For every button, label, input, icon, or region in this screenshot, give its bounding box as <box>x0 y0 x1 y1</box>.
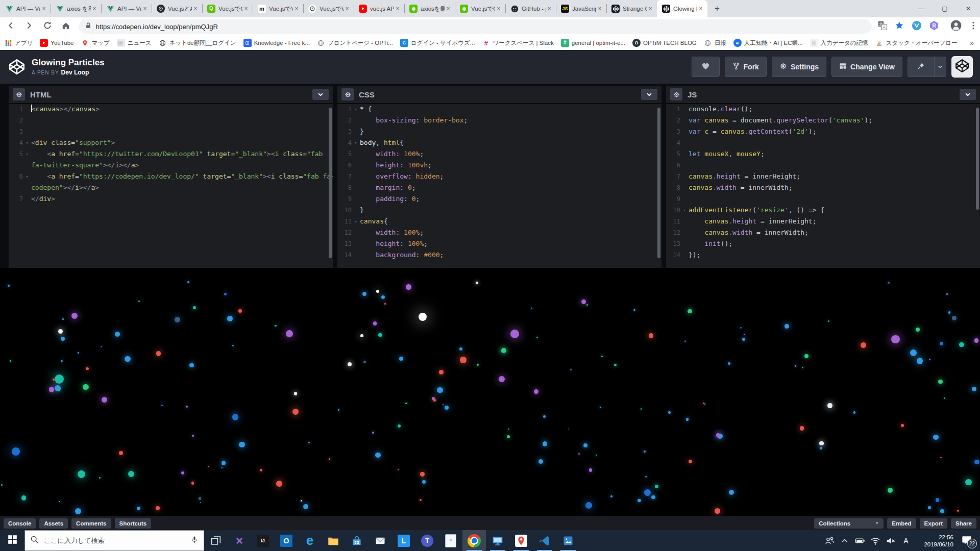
bookmark-item[interactable]: # general | optim-it-e... <box>561 39 625 47</box>
browser-tab[interactable]: API — Vue × <box>0 0 51 17</box>
browser-tab[interactable]: axiosを乗り × <box>404 0 455 17</box>
browser-tab[interactable]: Glowing P × <box>657 0 707 17</box>
taskbar-intellij-icon[interactable]: IJ <box>251 530 275 551</box>
tray-battery-icon[interactable] <box>852 530 868 551</box>
extension-r[interactable]: R <box>927 20 941 33</box>
codepen-logo-icon[interactable] <box>8 59 26 74</box>
bookmark-item[interactable]: AI 人工知能・AI | EC業... <box>733 39 803 47</box>
tab-close-icon[interactable]: × <box>40 5 47 12</box>
browser-tab[interactable]: axios を利 × <box>51 0 101 17</box>
fork-button[interactable]: Fork <box>725 57 767 77</box>
embed-button[interactable]: Embed <box>887 518 916 529</box>
taskbar-mail-icon[interactable] <box>369 530 392 551</box>
editor-scrollbar[interactable] <box>976 108 979 210</box>
taskbar-search-input[interactable]: ここに入力して検索 <box>24 530 204 551</box>
tab-close-icon[interactable]: × <box>394 5 401 12</box>
panel-gear-button[interactable] <box>670 88 682 101</box>
minimize-button[interactable]: — <box>910 0 933 17</box>
user-avatar[interactable] <box>951 56 973 78</box>
collections-dropdown[interactable]: Collections▼ <box>814 518 884 529</box>
forward-button[interactable] <box>21 19 37 34</box>
close-button[interactable]: ✕ <box>957 0 980 17</box>
browser-tab[interactable]: API — Vue × <box>101 0 152 17</box>
action-center-button[interactable]: 22 <box>953 530 980 551</box>
taskbar-maps-pin-icon[interactable] <box>509 530 533 551</box>
browser-tab[interactable]: JS JavaScript × <box>556 0 606 17</box>
editor-scrollbar[interactable] <box>329 108 332 258</box>
taskbar-clock[interactable]: 22:56 2019/06/10 <box>916 534 953 548</box>
taskbar-vscode-icon[interactable] <box>533 530 556 551</box>
tray-people-icon[interactable] <box>822 530 837 551</box>
taskbar-l-app-icon[interactable]: L <box>392 530 415 551</box>
taskbar-store-icon[interactable] <box>345 530 369 551</box>
tray-chevron-up-icon[interactable] <box>837 530 852 551</box>
bookmark-item[interactable]: 入力データの記憶 <box>810 39 868 47</box>
back-button[interactable] <box>3 19 18 34</box>
reload-button[interactable] <box>40 19 55 34</box>
browser-tab[interactable]: Vue.jsでGE × <box>455 0 505 17</box>
start-button[interactable] <box>0 530 24 551</box>
export-button[interactable]: Export <box>920 518 947 529</box>
browser-tab[interactable]: Vue.jsとAxi × <box>152 0 202 17</box>
js-code-editor[interactable]: 1console.clear();2var canvas = document.… <box>666 104 980 268</box>
taskbar-notepad-icon[interactable]: ≡ <box>439 530 462 551</box>
maximize-button[interactable]: ▢ <box>933 0 957 17</box>
taskbar-monitor-icon[interactable] <box>486 530 509 551</box>
tab-close-icon[interactable]: × <box>91 5 98 12</box>
comments-button[interactable]: Comments <box>71 518 111 529</box>
bookmark-item[interactable]: C ログイン - サイボウズ... <box>400 39 475 47</box>
tab-close-icon[interactable]: × <box>647 5 654 12</box>
tab-close-icon[interactable]: × <box>344 5 351 12</box>
love-button[interactable] <box>692 57 720 77</box>
assets-button[interactable]: Assets <box>39 518 68 529</box>
panel-gear-button[interactable] <box>341 88 354 101</box>
preview-canvas[interactable] <box>0 268 980 516</box>
tray-wifi-icon[interactable] <box>868 530 883 551</box>
tab-close-icon[interactable]: × <box>293 5 300 12</box>
tab-close-icon[interactable]: × <box>242 5 250 12</box>
panel-collapse-button[interactable] <box>960 89 976 100</box>
bookmark-item[interactable]: ネットde顧問__ログイン <box>159 39 236 47</box>
taskbar-task-view-icon[interactable] <box>204 530 228 551</box>
home-button[interactable] <box>58 19 74 34</box>
tray-volume-mute-icon[interactable] <box>883 530 898 551</box>
bookmark-item[interactable]: Knowledge - Free k... <box>243 39 310 47</box>
profile-button[interactable] <box>949 20 963 33</box>
console-button[interactable]: Console <box>4 518 36 529</box>
pen-author[interactable]: Dev Loop <box>61 69 89 76</box>
bookmark-item[interactable]: ニュース <box>117 39 152 47</box>
tab-close-icon[interactable]: × <box>546 5 553 12</box>
bookmark-item[interactable]: スタック・オーバーフロー <box>875 39 957 47</box>
taskbar-photos-icon[interactable] <box>556 530 580 551</box>
translate-button[interactable]: 文A <box>876 20 889 33</box>
change-view-button[interactable]: Change View <box>831 57 902 77</box>
settings-button[interactable]: Settings <box>772 57 826 77</box>
bookmark-item[interactable]: # ワークスペース | Slack <box>482 39 553 47</box>
css-code-editor[interactable]: 1▾* {2 box-sizing: border-box;3}4▾body, … <box>337 104 662 268</box>
menu-button[interactable] <box>967 20 980 33</box>
extension-vue-devtools[interactable] <box>910 20 923 33</box>
browser-tab[interactable]: Q Vue.jsでQii × <box>202 0 253 17</box>
bookmark-star-button[interactable] <box>893 20 906 33</box>
bookmark-item[interactable]: フロントページ - OPTi... <box>317 39 393 47</box>
new-tab-button[interactable]: + <box>709 2 725 16</box>
pin-dropdown-button[interactable] <box>935 57 946 77</box>
bookmark-item[interactable]: O OPTiM TECH BLOG <box>632 39 697 47</box>
shortcuts-button[interactable]: Shortcuts <box>115 518 152 529</box>
tab-close-icon[interactable]: × <box>495 5 502 12</box>
tab-close-icon[interactable]: × <box>141 5 149 12</box>
bookmark-item[interactable]: アプリ <box>4 39 33 47</box>
bookmark-item[interactable]: 日報 <box>704 39 726 47</box>
share-button[interactable]: Share <box>951 518 976 529</box>
bookmarks-overflow-button[interactable]: » <box>970 39 974 47</box>
tab-close-icon[interactable]: × <box>445 5 452 12</box>
tab-close-icon[interactable]: × <box>596 5 603 12</box>
ime-indicator[interactable]: A <box>898 530 914 551</box>
taskbar-edge-icon[interactable]: e <box>298 530 322 551</box>
panel-gear-button[interactable] <box>13 88 25 101</box>
bookmark-item[interactable]: YouTube <box>40 39 74 47</box>
tab-close-icon[interactable]: × <box>192 5 199 12</box>
editor-scrollbar[interactable] <box>657 108 660 258</box>
taskbar-chrome-icon[interactable] <box>462 530 486 551</box>
taskbar-teams-icon[interactable]: T <box>415 530 439 551</box>
